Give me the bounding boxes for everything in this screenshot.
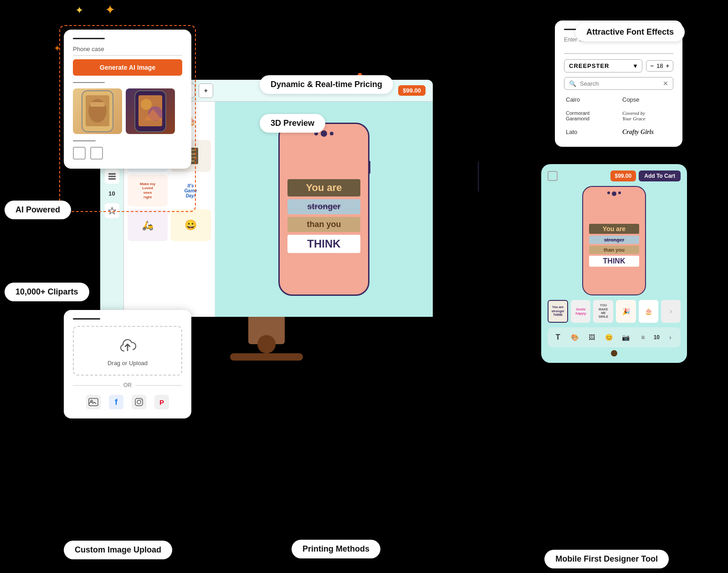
tool-number-10: 10 [108,190,115,197]
font-option-cairo[interactable]: Cairo [564,94,617,105]
phone-case-svg-1 [73,88,122,134]
ai-image-row [73,88,182,134]
text-line-stronger: stronger [287,199,360,214]
mobile-phone-notch [607,191,621,196]
mobile-first-label: Mobile First Designer Tool [544,550,669,568]
mobile-top-bar: $99.00 Add To Cart [548,170,681,181]
or-divider: OR [73,382,182,388]
font-option-crafty[interactable]: Crafty Girls [620,127,673,138]
font-search-input[interactable] [580,80,659,87]
mobile-price-button[interactable]: $99.00 [610,170,636,181]
mobile-add-to-cart-button[interactable]: Add To Cart [639,170,681,181]
font-grid: Cairo Copse CormorantGaramond Covered by… [564,94,673,138]
dynamic-pricing-label: Dynamic & Real-time Pricing [260,75,393,94]
cliparts-label: 10,000+ Cliparts [5,283,89,301]
tool-star[interactable] [105,203,119,218]
size-decrease-btn[interactable]: − [650,62,654,69]
checkbox-2[interactable] [90,147,103,160]
mobile-tool-brush[interactable]: 🎨 [569,331,581,344]
clipart-item-7[interactable]: 🛵 [128,209,168,241]
tool-list[interactable] [105,169,119,184]
desktop-stand-neck [248,317,285,344]
phone-side-button [368,160,370,174]
svg-rect-20 [108,178,116,180]
mobile-thumb-4[interactable]: 🎉 [616,300,636,323]
mobile-thumb-5[interactable]: 🎂 [639,300,658,323]
mobile-thumb-3[interactable]: YOUMAKEMESMILE [593,300,613,323]
text-line-than-you: than you [287,217,360,232]
clipart-item-6[interactable]: It'sGameDay! [171,175,211,206]
phone-case-label: Phone case [73,46,182,56]
mobile-phone-dot-2 [618,191,621,194]
clipart-item-5[interactable]: Make myLovedonesright [128,175,168,206]
more-icon[interactable]: ✦ [199,83,213,98]
text-input-line[interactable] [564,45,673,54]
cloud-upload-icon [78,338,177,357]
ai-image-1[interactable] [73,88,122,134]
search-close-icon[interactable]: ✕ [663,80,668,87]
mobile-first-card: $99.00 Add To Cart You are stronger than… [541,164,687,363]
ai-powered-card: Phone case Generate AI Image [64,30,191,169]
facebook-icon[interactable]: f [109,395,123,409]
font-option-cormorant[interactable]: CormorantGaramond [564,108,617,123]
mobile-thumb-1[interactable]: You arestrongerTHINK [548,300,568,323]
text-line-you-are: You are [287,179,360,196]
phone-dot-2 [330,132,333,135]
size-control: − 18 + [646,60,673,72]
clipart-item-8[interactable]: 😀 [171,209,211,241]
custom-image-upload-card: Drag or Upload OR f P [64,310,191,418]
phone-design-mockup: You are stronger than you THINK [278,123,369,296]
ai-image-2[interactable] [126,88,175,134]
font-option-copse[interactable]: Copse [620,94,673,105]
svg-point-6 [141,99,152,110]
mobile-phone-dot-1 [607,191,610,194]
card-bot-line [73,140,96,141]
pinterest-icon[interactable]: P [154,395,169,409]
mobile-text-stronger: stronger [589,236,639,244]
phone-case-svg-2 [126,88,175,134]
mobile-text-think: THINK [589,256,639,267]
ai-powered-label: AI Powered [5,201,71,219]
or-line-left [73,385,120,386]
phone-camera [321,130,327,137]
mobile-thumb-6[interactable]: › [661,300,681,323]
mobile-bottom-dot [611,350,617,356]
mobile-tool-emoji2[interactable]: 😊 [603,331,615,344]
canvas-area: You are stronger than you THINK [215,102,433,317]
mobile-tool-more[interactable]: › [664,331,677,344]
font-search-row: 🔍 ✕ [564,77,673,90]
social-icons-row: f P [73,395,182,409]
upload-card-top-line [73,318,100,320]
upload-drop-zone[interactable]: Drag or Upload [73,326,182,376]
preview-3d-label: 3D Preview [260,114,325,133]
instagram-icon[interactable] [132,395,146,409]
font-dropdown[interactable]: CREEPSTER ▾ [564,59,642,72]
font-name: CREEPSTER [569,62,609,69]
mobile-thumb-2[interactable]: Smilehappy [571,300,590,323]
mobile-tool-list2[interactable]: ≡ [636,331,649,344]
svg-rect-18 [108,173,116,175]
mobile-phone-content: You are stronger than you THINK [584,215,644,276]
svg-point-12 [137,400,141,404]
mobile-tool-text[interactable]: T [552,331,564,344]
search-icon: 🔍 [569,80,576,87]
dropdown-chevron: ▾ [634,62,637,69]
checkbox-1[interactable] [73,147,86,160]
font-option-lato[interactable]: Lato [564,127,617,138]
generate-ai-image-button[interactable]: Generate AI Image [73,59,182,76]
font-selector-row: CREEPSTER ▾ − 18 + [564,59,673,72]
mobile-tool-image[interactable]: 🖼 [585,331,598,344]
mobile-checkbox[interactable] [548,171,558,181]
mobile-text-than-you: than you [589,246,639,254]
checkbox-row [73,147,182,160]
drag-upload-label: Drag or Upload [78,360,177,367]
font-size-value: 18 [656,62,663,69]
font-option-covered[interactable]: Covered byYour Grace [620,108,673,123]
attractive-font-label: Attractive Font Effects [575,23,685,41]
size-increase-btn[interactable]: + [666,62,669,69]
mobile-tool-photo2[interactable]: 📷 [620,331,632,344]
image-upload-icon[interactable] [86,395,101,409]
mobile-bottom-tools: T 🎨 🖼 😊 📷 ≡ 10 › [548,327,681,347]
desktop-base [230,353,303,361]
mobile-phone: You are stronger than you THINK [582,186,646,295]
